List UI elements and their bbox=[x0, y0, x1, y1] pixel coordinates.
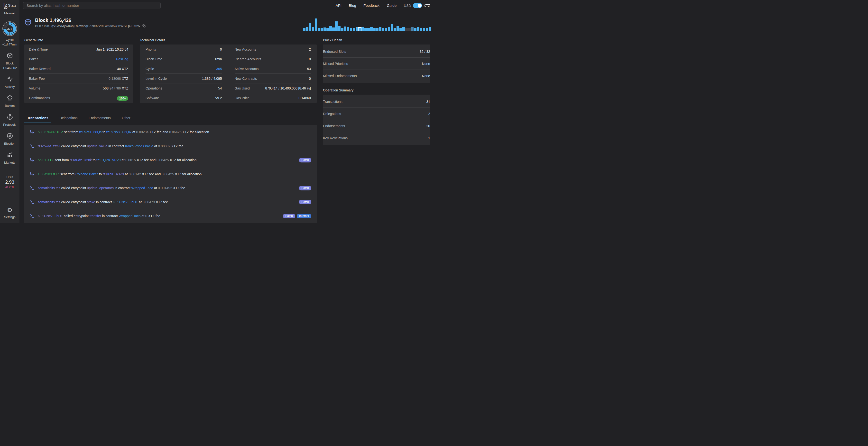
row-value: PosDog bbox=[116, 57, 128, 61]
operation-text: KT1UNe7..LbDT called entrypoint transfer… bbox=[38, 214, 160, 218]
histogram-bar[interactable] bbox=[353, 28, 355, 31]
operation-row[interactable]: somaticbits.tez called entrypoint update… bbox=[24, 181, 317, 195]
link[interactable]: update_operators bbox=[87, 186, 114, 190]
histogram-bar[interactable] bbox=[327, 28, 329, 31]
link[interactable]: KT1UNe7..LbDT bbox=[113, 200, 138, 204]
histogram-bar[interactable] bbox=[402, 27, 405, 31]
sidebar-item-label: Bakers bbox=[5, 104, 14, 108]
histogram-bar[interactable] bbox=[429, 27, 431, 31]
sidebar-item-markets[interactable]: Markets bbox=[3, 152, 17, 165]
histogram-bar[interactable] bbox=[350, 28, 352, 31]
link[interactable]: Wrapped Taco bbox=[131, 186, 153, 190]
sidebar-item-protocols[interactable]: Protocols bbox=[3, 114, 17, 127]
info-row: Gas Used879,414 / 10,400,000 [8.46 %] bbox=[235, 83, 311, 93]
price-widget[interactable]: USD 2.93 -0.2 % bbox=[5, 175, 14, 189]
histogram-bar[interactable] bbox=[391, 24, 393, 31]
link[interactable]: tz1hPc1..68Qs bbox=[79, 130, 101, 134]
link[interactable]: somaticbits.tez bbox=[38, 186, 60, 190]
sidebar-item-activity[interactable]: Activity bbox=[3, 76, 17, 89]
text-segment: in contract bbox=[95, 200, 113, 204]
histogram-bar[interactable] bbox=[338, 26, 341, 31]
copy-icon[interactable] bbox=[143, 24, 146, 28]
histogram-bar[interactable] bbox=[408, 28, 411, 31]
histogram-bar[interactable] bbox=[315, 19, 317, 31]
histogram-bar[interactable] bbox=[411, 27, 413, 31]
link[interactable]: transfer bbox=[90, 214, 101, 218]
histogram-bar[interactable] bbox=[426, 28, 428, 31]
tab-transactions[interactable]: Transactions bbox=[24, 116, 51, 123]
topnav-link-feedback[interactable]: Feedback bbox=[364, 3, 379, 7]
histogram-bar[interactable] bbox=[332, 28, 335, 31]
histogram-bar[interactable] bbox=[379, 27, 381, 31]
link[interactable]: stake bbox=[87, 200, 95, 204]
operation-row[interactable]: tz1c5wM..zfmJ called entrypoint update_v… bbox=[24, 139, 317, 153]
sidebar-item-settings[interactable]: ⚙ Settings bbox=[4, 207, 16, 219]
histogram-bar[interactable] bbox=[344, 27, 346, 31]
cycle-progress-donut[interactable]: 377 bbox=[2, 22, 17, 36]
histogram-bar[interactable] bbox=[423, 28, 425, 31]
topnav-link-guide[interactable]: Guide bbox=[387, 3, 397, 7]
operation-row[interactable]: 1.304903 XTZ sent from Coinone Baker to … bbox=[24, 167, 317, 181]
histogram-bar[interactable] bbox=[362, 27, 364, 31]
link[interactable]: 365 bbox=[216, 67, 222, 71]
histogram-bar[interactable] bbox=[306, 27, 308, 31]
topnav-link-api[interactable]: API bbox=[336, 3, 341, 7]
tzstats-logo[interactable]: ꜩ Stats bbox=[3, 2, 16, 8]
histogram-bar[interactable] bbox=[309, 23, 311, 31]
histogram-bar[interactable] bbox=[323, 28, 326, 31]
histogram-bar[interactable] bbox=[364, 28, 367, 31]
histogram-bar[interactable] bbox=[303, 28, 306, 31]
histogram-bar[interactable] bbox=[341, 28, 343, 31]
histogram-bar[interactable] bbox=[329, 26, 332, 31]
histogram-bar[interactable] bbox=[376, 28, 378, 31]
operation-row[interactable]: 500.676437 XTZ sent from tz1hPc1..68Qs t… bbox=[24, 125, 317, 139]
histogram-bar[interactable] bbox=[373, 28, 376, 31]
histogram-bar[interactable] bbox=[382, 28, 384, 31]
sidebar-item-bakers[interactable]: Bakers bbox=[3, 95, 17, 108]
histogram-bar-current[interactable] bbox=[359, 28, 361, 31]
tab-delegations[interactable]: Delegations bbox=[57, 116, 80, 123]
histogram-bar[interactable] bbox=[320, 28, 323, 31]
histogram-bar[interactable] bbox=[335, 22, 338, 31]
histogram-bar[interactable] bbox=[312, 27, 314, 31]
link[interactable]: KT1UNe7..LbDT bbox=[38, 214, 63, 218]
histogram-bar[interactable] bbox=[355, 27, 358, 31]
link[interactable]: Coinone Baker bbox=[75, 172, 98, 176]
technical-col-1: Priority0Block Time1minCycle365Level in … bbox=[146, 44, 222, 103]
histogram-bar[interactable] bbox=[417, 27, 420, 31]
histogram-bar[interactable] bbox=[399, 28, 402, 31]
row-label: Cleared Accounts bbox=[235, 57, 261, 61]
histogram-bar[interactable] bbox=[397, 26, 399, 31]
link[interactable]: Wrapped Taco bbox=[119, 214, 141, 218]
operation-row[interactable]: somaticbits.tez called entrypoint stake … bbox=[24, 195, 317, 209]
link[interactable]: tz1aFdz..U28k bbox=[70, 158, 92, 162]
link[interactable]: update_value bbox=[87, 144, 107, 148]
search-input[interactable] bbox=[23, 2, 161, 9]
sidebar-item-election[interactable]: Election bbox=[3, 133, 17, 146]
tab-other[interactable]: Other bbox=[119, 116, 133, 123]
histogram-bar[interactable] bbox=[385, 28, 387, 31]
text-segment: 0.0015 bbox=[125, 158, 136, 162]
histogram-bar[interactable] bbox=[347, 27, 349, 31]
link[interactable]: somaticbits.tez bbox=[38, 200, 60, 204]
link[interactable]: tz1KhiL..a3vN bbox=[103, 172, 124, 176]
histogram-bar[interactable] bbox=[318, 28, 320, 31]
link[interactable]: Kaiko Price Oracle bbox=[125, 144, 153, 148]
link[interactable]: PosDog bbox=[116, 57, 128, 61]
link[interactable]: tz1S7WY..U6QR bbox=[106, 130, 131, 134]
sidebar-item-block[interactable]: Block1,546,802 bbox=[3, 53, 17, 71]
histogram-bar[interactable] bbox=[370, 27, 373, 31]
topnav-link-blog[interactable]: Blog bbox=[349, 3, 356, 7]
histogram-bar[interactable] bbox=[420, 28, 422, 31]
operation-row[interactable]: 56.01 XTZ sent from tz1aFdz..U28k to tz1… bbox=[24, 153, 317, 167]
tab-endorsements[interactable]: Endorsements bbox=[86, 116, 114, 123]
link[interactable]: tz1TQPo..NPV9 bbox=[96, 158, 121, 162]
link[interactable]: tz1c5wM..zfmJ bbox=[38, 144, 60, 148]
histogram-bar[interactable] bbox=[367, 28, 370, 31]
histogram-bar[interactable] bbox=[414, 28, 416, 31]
operation-row[interactable]: KT1UNe7..LbDT called entrypoint transfer… bbox=[24, 209, 317, 223]
histogram-bar[interactable] bbox=[388, 27, 390, 31]
histogram-bar[interactable] bbox=[405, 28, 408, 31]
histogram-bar[interactable] bbox=[394, 28, 396, 31]
currency-toggle[interactable] bbox=[413, 3, 422, 8]
